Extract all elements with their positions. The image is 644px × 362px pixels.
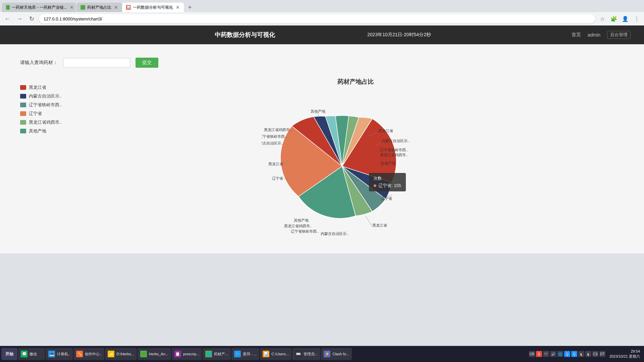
legend-color-0 bbox=[20, 85, 26, 90]
tray-icon-sound[interactable]: 🔊 bbox=[550, 351, 556, 357]
legend-label-4: 黑龙江省鸡西市.. bbox=[29, 119, 62, 125]
chart-area: 药材产地占比 bbox=[87, 78, 624, 240]
folder-icon: 📁 bbox=[108, 351, 114, 357]
bookmark-button[interactable]: ☆ bbox=[598, 14, 607, 23]
tray-icon-network[interactable]: 🌐 bbox=[557, 351, 563, 357]
taskbar-label-chart: C:\Users... bbox=[271, 352, 289, 356]
tab-2[interactable]: 🌿 药材产地占比 ✕ bbox=[76, 3, 122, 12]
svg-text:其他产地: 其他产地 bbox=[381, 161, 395, 165]
tray-icon-qq2[interactable]: Q bbox=[571, 351, 577, 357]
tab-1[interactable]: 🌿 一药材天地库 - 一药材产业链... ✕ bbox=[2, 3, 76, 12]
taskbar-item-herb-chrome[interactable]: 🌐 药材产... bbox=[203, 348, 231, 360]
taskbar-label-clash: Clash fo... bbox=[332, 352, 349, 356]
legend-item-0: 黑龙江省 bbox=[20, 84, 74, 90]
legend-label-0: 黑龙江省 bbox=[29, 84, 46, 90]
prescrip-icon: 📋 bbox=[174, 351, 181, 357]
clash-icon: ⚡ bbox=[324, 351, 330, 357]
tooltip-dot bbox=[374, 184, 376, 187]
svg-text:辽宁省铁岭市西..: 辽宁省铁岭市西.. bbox=[291, 229, 319, 233]
svg-text:黑龙江省鸡西市..: 黑龙江省鸡西市.. bbox=[264, 128, 292, 132]
taskbar-item-herbs[interactable]: 🌿 Herbs_An... bbox=[138, 348, 171, 360]
tab-2-close[interactable]: ✕ bbox=[114, 5, 118, 10]
tab-3-label: 一药数据分析与可视化 bbox=[133, 5, 173, 10]
tray-icon-dt[interactable]: DT bbox=[599, 351, 605, 357]
taskbar-label-wechat: 微信 bbox=[30, 352, 37, 357]
extension-button[interactable]: 🧩 bbox=[609, 14, 619, 23]
navbar-links: 首页 admin 后台管理 bbox=[476, 31, 631, 39]
navbar-admin[interactable]: 后台管理 bbox=[607, 31, 631, 39]
svg-text:内蒙古自治区示..: 内蒙古自治区示.. bbox=[262, 141, 283, 145]
wechat-icon: 💬 bbox=[21, 351, 28, 357]
svg-text:黑龙江省: 黑龙江省 bbox=[372, 223, 387, 227]
svg-text:内蒙古自治区示..: 内蒙古自治区示.. bbox=[321, 232, 348, 236]
taskbar-label-herbs: Herbs_An... bbox=[149, 352, 168, 356]
app-container: 中药数据分析与可视化 2023年10月21日-20时54分2秒 首页 admin… bbox=[0, 25, 644, 253]
legend: 黑龙江省 内蒙古自治区示.. 辽宁省铁岭市西.. 辽宁省 bbox=[20, 78, 74, 134]
submit-button[interactable]: 提交 bbox=[136, 58, 158, 68]
pie-chart: 黑龙江省 内蒙古自治区示.. 辽宁省铁岭市西.. 黑龙江省鸡西市.. 其他产地 … bbox=[262, 93, 449, 240]
taskbar-item-prescrip[interactable]: 📋 prescrip... bbox=[172, 348, 202, 360]
refresh-button[interactable]: ↻ bbox=[27, 14, 36, 23]
svg-text:辽宁省: 辽宁省 bbox=[272, 176, 283, 180]
tray-icon-s[interactable]: S bbox=[536, 351, 542, 357]
tray-icon-shield[interactable]: 🛡 bbox=[543, 351, 549, 357]
taskbar-item-wechat[interactable]: 💬 微信 bbox=[18, 348, 45, 360]
main-content: 请输入查询药材： 提交 黑龙江省 内蒙古自治区示.. bbox=[0, 44, 644, 253]
taskbar-item-yuyu[interactable]: 🐦 悬羽 - ... bbox=[231, 348, 259, 360]
tray-icon-qq1[interactable]: Q bbox=[564, 351, 570, 357]
legend-color-5 bbox=[20, 129, 26, 133]
tray-icon-penguin[interactable]: 🐧 bbox=[578, 351, 584, 357]
tooltip-title: 次数 bbox=[374, 176, 401, 181]
svg-line-23 bbox=[318, 114, 319, 116]
svg-text:其他产地: 其他产地 bbox=[294, 218, 309, 222]
terminal-icon: ⌨️ bbox=[295, 351, 302, 357]
herb-chrome-icon: 🌐 bbox=[205, 351, 212, 357]
legend-item-3: 辽宁省 bbox=[20, 111, 74, 117]
chart-section: 黑龙江省 内蒙古自治区示.. 辽宁省铁岭市西.. 辽宁省 bbox=[20, 78, 624, 240]
taskbar-item-terminal[interactable]: ⌨️ 管理员:.. bbox=[292, 348, 320, 360]
herbs-icon: 🌿 bbox=[140, 351, 147, 357]
taskbar-item-clash[interactable]: ⚡ Clash fo... bbox=[321, 348, 352, 360]
taskbar-label-terminal: 管理员:.. bbox=[304, 352, 318, 357]
navbar-user[interactable]: admin bbox=[588, 32, 600, 38]
taskbar-clock[interactable]: 29:54 2023/10/21 星期六 bbox=[609, 349, 640, 359]
search-input[interactable] bbox=[63, 58, 130, 67]
browser-actions: ☆ 🧩 👤 ⋮ bbox=[598, 14, 641, 23]
taskbar-item-pc[interactable]: 💻 计算机.. bbox=[46, 348, 73, 360]
profile-button[interactable]: 👤 bbox=[621, 14, 630, 23]
taskbar-label-herb-chrome: 药材产... bbox=[214, 352, 228, 357]
legend-label-2: 辽宁省铁岭市西.. bbox=[29, 102, 62, 108]
navbar-home[interactable]: 首页 bbox=[572, 32, 581, 38]
taskbar-item-chart[interactable]: 📊 C:\Users... bbox=[260, 348, 291, 360]
creator-icon: ✏️ bbox=[76, 351, 83, 357]
legend-item-1: 内蒙古自治区示.. bbox=[20, 93, 74, 99]
tray-icon-penguins[interactable]: 🐧 bbox=[585, 351, 591, 357]
legend-item-2: 辽宁省铁岭市西.. bbox=[20, 102, 74, 108]
new-tab-button[interactable]: + bbox=[185, 3, 195, 12]
tooltip-item: 辽宁省: 155 bbox=[374, 183, 401, 189]
svg-text:其他产地: 其他产地 bbox=[311, 109, 325, 113]
menu-button[interactable]: ⋮ bbox=[632, 14, 641, 23]
tab-2-label: 药材产地占比 bbox=[87, 5, 111, 10]
pie-container[interactable]: 黑龙江省 内蒙古自治区示.. 辽宁省铁岭市西.. 黑龙江省鸡西市.. 其他产地 … bbox=[262, 93, 449, 240]
svg-text:辽宁省铁岭市西..: 辽宁省铁岭市西.. bbox=[380, 148, 408, 152]
taskbar-item-folder[interactable]: 📁 D:\Herbs... bbox=[105, 348, 137, 360]
tray-icon-cr[interactable]: CR bbox=[529, 351, 535, 357]
start-button[interactable]: 开始 bbox=[1, 348, 17, 360]
tab-1-close[interactable]: ✕ bbox=[70, 5, 74, 10]
legend-label-5: 其他产地 bbox=[29, 128, 46, 134]
address-bar: ← → ↻ ☆ 🧩 👤 ⋮ bbox=[0, 12, 644, 25]
forward-button[interactable]: → bbox=[15, 14, 24, 23]
address-input[interactable] bbox=[39, 14, 595, 23]
chart-title: 药材产地占比 bbox=[337, 78, 374, 86]
tray-icons: CR S 🛡 🔊 🌐 Q Q 🐧 🐧 CS DT bbox=[529, 351, 605, 357]
svg-text:黑龙江省鸡西市..: 黑龙江省鸡西市.. bbox=[284, 224, 312, 228]
taskbar-item-creator[interactable]: ✏️ 创作中心.. bbox=[73, 348, 104, 360]
tray-icon-cs[interactable]: CS bbox=[592, 351, 598, 357]
svg-text:黑龙江省: 黑龙江省 bbox=[268, 162, 283, 166]
tab-3-close[interactable]: ✕ bbox=[176, 5, 180, 10]
svg-line-10 bbox=[366, 216, 372, 226]
tab-3[interactable]: 📊 一药数据分析与可视化 ✕ bbox=[122, 3, 184, 12]
back-button[interactable]: ← bbox=[3, 14, 12, 23]
tab-2-favicon: 🌿 bbox=[80, 5, 85, 10]
